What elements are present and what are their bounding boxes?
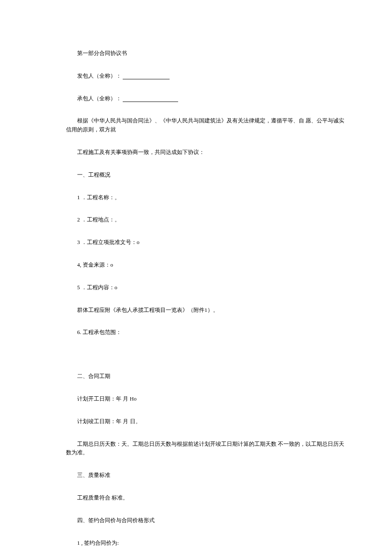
section2-end: 计划竣工日期：年 月 日。 — [66, 417, 345, 426]
party-b-line: 承包人（全称）： — [66, 94, 345, 103]
section1-item5: 5 ．工程内容：o — [66, 283, 345, 292]
section1-item2: 2 ．工程地点：。 — [66, 215, 345, 224]
section3-content: 工程质量符合 标准。 — [66, 494, 345, 503]
section1-note: 群体工程应附《承包人承揽工程项目一览表》（附件1）。 — [66, 306, 345, 315]
party-b-blank — [123, 96, 178, 102]
party-a-line: 发包人（全称）： — [66, 72, 345, 81]
section4-heading: 四、签约合同价与合同价格形式 — [66, 516, 345, 525]
section1-heading: 一、工程概况 — [66, 171, 345, 180]
party-a-blank — [123, 73, 170, 79]
section2-duration: 工期总日历天数：天。工期总日历天数与根据前述计划开竣工日期计算的工期天数 不一致… — [66, 440, 345, 458]
party-a-label: 发包人（全称）： — [77, 73, 121, 79]
section2-start: 计划开工日期：年 月 Ho — [66, 395, 345, 404]
section1-item1: 1 ．工程名称：。 — [66, 193, 345, 202]
section2-heading: 二、合同工期 — [66, 372, 345, 381]
section4-item1: 1 , 签约合同价为: — [66, 539, 345, 548]
preamble-2: 工程施工及有关事项协商一致，共同达成如下协议： — [66, 148, 345, 157]
spacer — [66, 351, 345, 372]
section1-item6: 6. 工程承包范围： — [66, 328, 345, 337]
section1-item3: 3 ．工程立项批准文号：o — [66, 238, 345, 247]
section3-heading: 三、质量标准 — [66, 471, 345, 480]
document-title: 第一部分合同协议书 — [66, 49, 345, 58]
party-b-label: 承包人（全称）： — [77, 95, 121, 102]
preamble-1: 根据《中华人民共与国合同法》、《中华人民共与国建筑法》及有关法律规定，遵循平等、… — [66, 116, 345, 134]
section1-item4: 4, 资金来源：o — [66, 261, 345, 270]
